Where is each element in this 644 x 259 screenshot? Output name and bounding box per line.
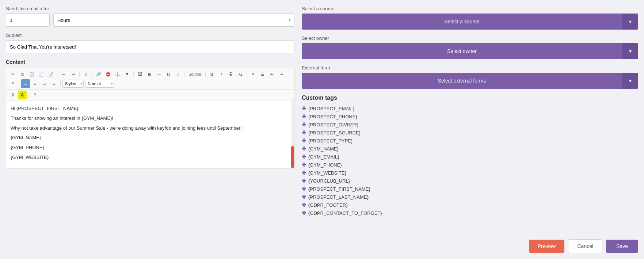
- hours-select[interactable]: Hours Minutes Days: [53, 14, 294, 27]
- styles-select[interactable]: Styles: [62, 80, 84, 88]
- select-owner-section: Select owner Select owner ▾: [302, 35, 638, 59]
- strikethrough-btn[interactable]: S: [226, 70, 235, 79]
- preview-button[interactable]: Preview: [529, 240, 565, 253]
- tag-item[interactable]: ✚{GYM_EMAIL}: [302, 154, 638, 160]
- cut-btn[interactable]: ✂: [8, 70, 17, 79]
- align-left-btn[interactable]: ≡: [21, 79, 30, 88]
- italic-btn[interactable]: I: [217, 70, 226, 79]
- select-owner-arrow: ▾: [622, 43, 638, 59]
- tag-item[interactable]: ✚{GYM_PHONE}: [302, 162, 638, 168]
- select-source-dropdown[interactable]: Select a source ▾: [302, 14, 638, 30]
- tag-label: {GYM_EMAIL}: [308, 154, 339, 160]
- tag-item[interactable]: ✚{PROSPECT_OWNER}: [302, 122, 638, 127]
- paste-text-btn[interactable]: 📄: [37, 70, 46, 79]
- external-form-label: External form: [302, 65, 638, 71]
- link-btn[interactable]: 🔗: [94, 70, 103, 79]
- tag-plus-icon: ✚: [302, 210, 306, 216]
- sep7: [247, 71, 247, 77]
- tag-label: {PROSPECT_PHONE}: [308, 114, 357, 119]
- save-button[interactable]: Save: [606, 240, 638, 253]
- sep8: [288, 71, 288, 77]
- image-btn[interactable]: 🖼: [136, 70, 144, 79]
- send-after-number-input[interactable]: [6, 14, 50, 27]
- tag-label: {PROSPECT_LAST_NAME}: [308, 194, 369, 200]
- font-color-btn[interactable]: A: [8, 91, 17, 99]
- bold-btn[interactable]: B: [207, 70, 216, 79]
- sep11: [28, 92, 29, 98]
- editor-line-4: {GYM_NAME}: [11, 134, 290, 142]
- styles-select-wrap: Styles: [62, 80, 84, 88]
- tags-list: ✚{PROSPECT_EMAIL}✚{PROSPECT_PHONE}✚{PROS…: [302, 106, 638, 216]
- editor-container: ✂ ⧉ 📋 📄 📝 ↩ ↪ ☺ 🔗 ⛔ ⚓ ⚑ 🖼 ⊞ — Ω: [6, 68, 294, 168]
- tag-item[interactable]: ✚{PROSPECT_PHONE}: [302, 114, 638, 119]
- subscript-btn[interactable]: X₂: [236, 70, 245, 79]
- tag-item[interactable]: ✚{PROSPECT_TYPE}: [302, 138, 638, 144]
- outdent-btn[interactable]: ⇤: [268, 70, 277, 79]
- editor-line-5: {GYM_PHONE}: [11, 144, 290, 152]
- tag-plus-icon: ✚: [302, 194, 306, 200]
- tag-plus-icon: ✚: [302, 114, 306, 119]
- send-after-label: Send this email after: [6, 6, 294, 11]
- table-btn[interactable]: ⊞: [145, 70, 154, 79]
- ordered-list-btn[interactable]: ≡: [249, 70, 258, 79]
- source-btn[interactable]: Source: [186, 70, 203, 79]
- content-label: Content: [6, 59, 294, 65]
- tag-plus-icon: ✚: [302, 106, 306, 111]
- tag-label: {PROSPECT_FIRST_NAME}: [308, 186, 370, 192]
- normal-select[interactable]: Normal Heading 1 Heading 2: [85, 80, 114, 88]
- unlink-btn[interactable]: ⛔: [104, 70, 113, 79]
- select-owner-label: Select owner: [302, 35, 638, 41]
- align-center-btn[interactable]: ≡: [31, 79, 39, 88]
- anchor-btn[interactable]: ⚓: [113, 70, 122, 79]
- flag-btn[interactable]: ⚑: [123, 70, 132, 79]
- copy-btn[interactable]: ⧉: [18, 70, 27, 79]
- tag-plus-icon: ✚: [302, 146, 306, 152]
- external-form-dropdown[interactable]: Select external forms ▾: [302, 73, 638, 89]
- select-source-arrow: ▾: [622, 14, 638, 30]
- editor-scroll[interactable]: Hi {PROSPECT_FIRST_NAME} Thanks for show…: [6, 100, 294, 168]
- tag-plus-icon: ✚: [302, 162, 306, 168]
- select-owner-dropdown[interactable]: Select owner ▾: [302, 43, 638, 59]
- special-char-btn[interactable]: Ω: [164, 70, 173, 79]
- bottom-buttons: Preview Cancel Save: [529, 239, 638, 253]
- tag-label: {PROSPECT_TYPE}: [308, 138, 353, 144]
- indent-btn[interactable]: ⇥: [277, 70, 286, 79]
- tag-item[interactable]: ✚{GYM_NAME}: [302, 146, 638, 152]
- blockquote-btn[interactable]: ❝: [8, 79, 17, 88]
- tag-plus-icon: ✚: [302, 178, 306, 184]
- bg-color-btn[interactable]: A: [18, 91, 27, 99]
- external-form-btn-label: Select external forms: [302, 78, 622, 84]
- unordered-list-btn[interactable]: ☰: [258, 70, 267, 79]
- tag-item[interactable]: ✚{PROSPECT_FIRST_NAME}: [302, 186, 638, 192]
- redo-btn[interactable]: ↪: [69, 70, 77, 79]
- scrollbar[interactable]: [291, 100, 294, 168]
- tag-plus-icon: ✚: [302, 130, 306, 136]
- tag-item[interactable]: ✚{PROSPECT_LAST_NAME}: [302, 194, 638, 200]
- tag-item[interactable]: ✚{PROSPECT_EMAIL}: [302, 106, 638, 111]
- maximize-btn[interactable]: ⤢: [174, 70, 182, 79]
- paste-btn[interactable]: 📋: [27, 70, 36, 79]
- subject-input[interactable]: [6, 40, 294, 53]
- chevron-down-icon: ▾: [629, 78, 632, 84]
- tag-label: {GYM_PHONE}: [308, 162, 342, 168]
- cancel-button[interactable]: Cancel: [568, 239, 602, 253]
- tag-plus-icon: ✚: [302, 170, 306, 176]
- undo-btn[interactable]: ↩: [59, 70, 68, 79]
- editor-line-6: {GYM_WEBSITE}: [11, 154, 290, 161]
- tag-item[interactable]: ✚{GDPR_FOOTER}: [302, 202, 638, 208]
- align-right-btn[interactable]: ≡: [40, 79, 49, 88]
- tag-label: {GDPR_CONTACT_TO_FORGET}: [308, 210, 382, 216]
- hline-btn[interactable]: —: [155, 70, 163, 79]
- tag-item[interactable]: ✚{PROSPECT_SOURCE}: [302, 130, 638, 136]
- tag-label: {GYM_WEBSITE}: [308, 170, 346, 176]
- tag-item[interactable]: ✚{YOURCLUB_URL}: [302, 178, 638, 184]
- emoji-btn[interactable]: ☺: [81, 70, 90, 79]
- paste-word-btn[interactable]: 📝: [46, 70, 55, 79]
- tag-item[interactable]: ✚{GDPR_CONTACT_TO_FORGET}: [302, 210, 638, 216]
- subject-label: Subject: [6, 33, 294, 38]
- align-justify-btn[interactable]: ≡: [50, 79, 58, 88]
- editor-body[interactable]: Hi {PROSPECT_FIRST_NAME} Thanks for show…: [6, 100, 294, 168]
- external-form-section: External form Select external forms ▾: [302, 65, 638, 89]
- help-btn[interactable]: ?: [31, 91, 39, 99]
- tag-item[interactable]: ✚{GYM_WEBSITE}: [302, 170, 638, 176]
